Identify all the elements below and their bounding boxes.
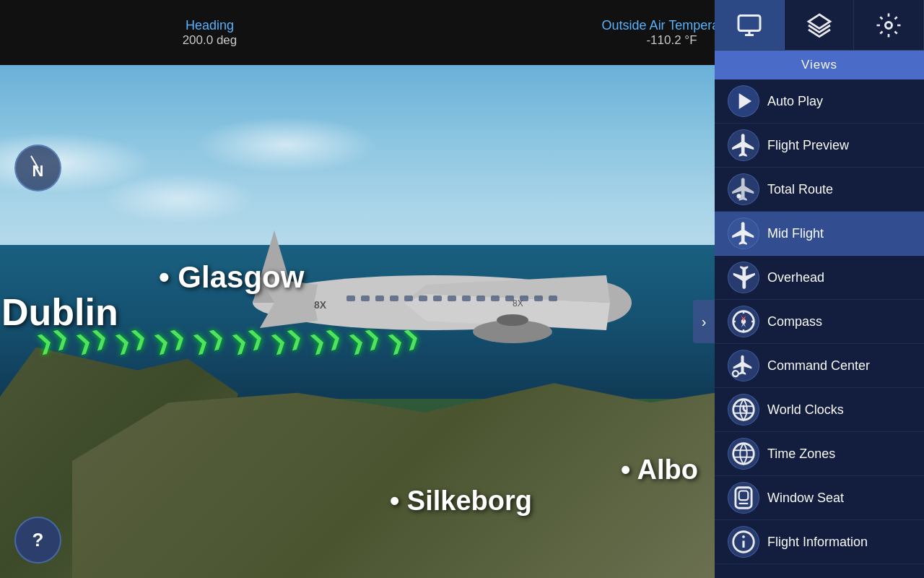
- svg-rect-17: [462, 296, 471, 301]
- svg-text:8X: 8X: [314, 299, 327, 311]
- command-center-icon: [730, 352, 757, 379]
- menu-item-overhead[interactable]: Overhead: [715, 256, 924, 300]
- mid-flight-icon-container: [725, 215, 762, 251]
- auto-play-icon-container: [725, 83, 762, 119]
- overhead-icon-container: [725, 259, 762, 296]
- compass-label: Compass: [767, 314, 822, 329]
- menu-item-world-clocks[interactable]: World Clocks: [715, 388, 924, 432]
- svg-point-41: [733, 444, 754, 465]
- flight-preview-circle: [728, 129, 759, 161]
- flight-preview-label: Flight Preview: [767, 138, 849, 153]
- world-clocks-circle: [728, 394, 759, 426]
- svg-rect-14: [419, 296, 427, 301]
- city-label-albo: • Albo: [621, 454, 698, 486]
- compass-indicator: N: [14, 144, 61, 191]
- airplane-model: 8X 8X: [202, 209, 650, 411]
- mid-flight-label: Mid Flight: [767, 226, 824, 241]
- layers-icon: [806, 12, 832, 38]
- city-label-silkeborg: • Silkeborg: [390, 486, 532, 517]
- overhead-label: Overhead: [767, 270, 824, 285]
- mid-flight-icon: [730, 220, 757, 247]
- icon-bar: [715, 0, 924, 51]
- heading-label: Heading: [183, 18, 237, 33]
- time-zones-icon-container: [725, 436, 762, 472]
- svg-point-8: [497, 314, 528, 326]
- svg-point-49: [742, 535, 745, 538]
- svg-rect-15: [433, 296, 442, 301]
- flight-information-circle: [728, 526, 759, 558]
- overhead-circle: [728, 262, 759, 293]
- flight-information-icon-container: [725, 524, 762, 560]
- time-zones-label: Time Zones: [767, 447, 835, 462]
- svg-rect-10: [361, 296, 370, 301]
- heading-section: Heading 200.0 deg: [183, 18, 237, 48]
- menu-item-total-route[interactable]: Total Route: [715, 168, 924, 212]
- svg-marker-31: [739, 93, 751, 109]
- command-center-icon-container: [725, 348, 762, 384]
- heading-value: 200.0 deg: [183, 33, 237, 48]
- svg-rect-19: [491, 296, 500, 301]
- menu-item-window-seat[interactable]: Window Seat: [715, 476, 924, 520]
- tab-settings[interactable]: [854, 0, 924, 50]
- tab-layers[interactable]: [785, 0, 855, 50]
- total-route-circle: [728, 173, 759, 205]
- world-clocks-icon: [730, 396, 757, 423]
- svg-rect-11: [375, 296, 384, 301]
- menu-item-flight-preview[interactable]: Flight Preview: [715, 124, 924, 168]
- svg-point-30: [886, 22, 892, 28]
- menu-item-mid-flight[interactable]: Mid Flight: [715, 212, 924, 256]
- world-clocks-label: World Clocks: [767, 402, 844, 418]
- flight-preview-icon: [730, 131, 757, 159]
- svg-rect-12: [390, 296, 398, 301]
- total-route-icon-container: [725, 171, 762, 207]
- svg-point-35: [733, 371, 738, 376]
- svg-rect-26: [738, 15, 760, 30]
- land-bottom: [72, 383, 715, 578]
- tab-map[interactable]: [715, 0, 785, 50]
- svg-rect-22: [534, 296, 543, 301]
- menu-item-time-zones[interactable]: Time Zones: [715, 432, 924, 476]
- city-label-dublin: Dublin: [1, 290, 118, 334]
- menu-item-compass[interactable]: Compass: [715, 300, 924, 344]
- auto-play-label: Auto Play: [767, 94, 823, 109]
- auto-play-circle: [728, 85, 759, 117]
- svg-rect-45: [739, 491, 749, 501]
- svg-point-32: [737, 194, 741, 198]
- window-seat-icon: [730, 484, 757, 512]
- command-center-label: Command Center: [767, 358, 870, 374]
- svg-rect-23: [549, 296, 557, 301]
- flight-information-label: Flight Information: [767, 535, 868, 550]
- time-zones-circle: [728, 438, 759, 470]
- menu-item-command-center[interactable]: Command Center: [715, 344, 924, 388]
- monitor-icon: [736, 12, 762, 38]
- compass-n-label: N: [32, 162, 44, 181]
- city-label-glasgow: • Glasgow: [159, 260, 304, 295]
- flight-preview-icon-container: [725, 127, 762, 163]
- menu-item-flight-information[interactable]: Flight Information: [715, 520, 924, 564]
- compass-circle: [728, 306, 759, 337]
- svg-rect-9: [346, 296, 355, 301]
- views-header: Views: [715, 51, 924, 79]
- flight-information-icon: [730, 528, 757, 556]
- svg-rect-18: [476, 296, 485, 301]
- compass-icon: [730, 308, 757, 335]
- window-seat-circle: [728, 482, 759, 514]
- window-seat-label: Window Seat: [767, 491, 844, 506]
- menu-item-auto-play[interactable]: Auto Play: [715, 79, 924, 124]
- time-zones-icon: [730, 440, 757, 467]
- svg-rect-16: [448, 296, 456, 301]
- overhead-icon: [730, 264, 757, 291]
- mid-flight-circle: [728, 217, 759, 249]
- compass-icon-container: [725, 303, 762, 340]
- settings-icon: [876, 12, 902, 38]
- help-button[interactable]: ?: [14, 517, 61, 564]
- command-center-circle: [728, 350, 759, 381]
- airplane-svg: 8X 8X: [202, 209, 650, 411]
- play-icon: [730, 87, 757, 115]
- scroll-indicator[interactable]: ›: [693, 300, 715, 343]
- svg-rect-13: [404, 296, 413, 301]
- svg-text:8X: 8X: [513, 298, 523, 309]
- world-clocks-icon-container: [725, 392, 762, 428]
- map-view[interactable]: ❯❯ ❯❯ ❯❯ ❯❯ ❯❯ ❯❯ ❯❯ ❯❯ ❯❯ ❯❯: [0, 65, 715, 578]
- sidebar: Views Auto Play Flight Preview: [715, 0, 924, 578]
